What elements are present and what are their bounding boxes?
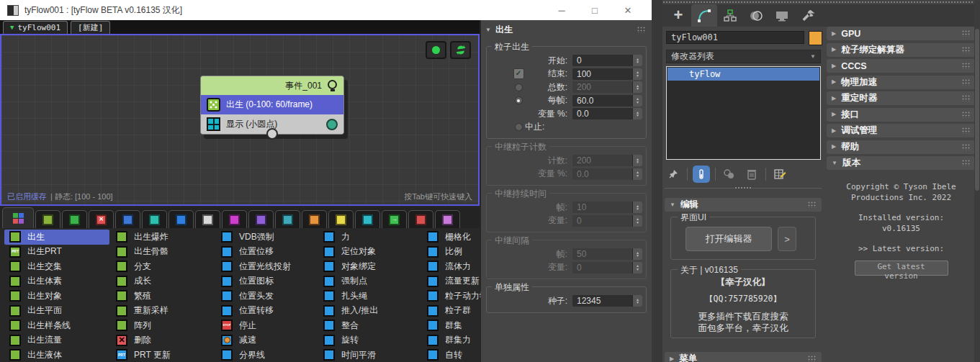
- operator-item[interactable]: STOP停止: [216, 318, 321, 333]
- operator-item[interactable]: 定位对象: [318, 245, 423, 260]
- operator-item[interactable]: 出生爆炸: [111, 230, 216, 245]
- operator-item[interactable]: 推入/推出: [318, 304, 423, 319]
- operator-category-tab-5[interactable]: [115, 210, 140, 228]
- rollout-header-帮助[interactable]: ▶帮助: [827, 140, 976, 154]
- node-output-connector[interactable]: [266, 128, 278, 140]
- version-rollout-header[interactable]: ▼ 版本: [827, 156, 976, 170]
- spinner-arrows-icon[interactable]: ▲▼: [632, 81, 642, 93]
- operator-item[interactable]: 时间平滑: [318, 348, 423, 362]
- flow-tab-active[interactable]: ▼ tyFlow001: [3, 21, 68, 34]
- operator-item[interactable]: 整合: [318, 318, 423, 333]
- operator-item[interactable]: 位置位移: [216, 245, 321, 260]
- editor-options-button[interactable]: >: [778, 227, 796, 251]
- close-button[interactable]: ✕: [611, 5, 644, 16]
- edit-rollout-header[interactable]: ▼ 编辑: [665, 198, 822, 212]
- show-end-result-button[interactable]: [693, 166, 710, 183]
- spinner-arrows-icon[interactable]: ▲▼: [632, 168, 642, 180]
- operator-item[interactable]: 重新采样: [111, 304, 216, 319]
- make-unique-button[interactable]: [721, 166, 738, 183]
- pin-stack-button[interactable]: [665, 166, 682, 183]
- rollout-header-粒子绑定解算器[interactable]: ▶粒子绑定解算器: [827, 43, 976, 57]
- spinner-field[interactable]: 0▲▼: [572, 55, 642, 66]
- radio-unselected[interactable]: [515, 83, 523, 91]
- spinner-arrows-icon[interactable]: ▲▼: [632, 262, 642, 273]
- modifier-stack-item-tyflow[interactable]: tyFlow: [667, 68, 819, 81]
- maximize-button[interactable]: □: [578, 5, 611, 16]
- operator-item[interactable]: 成长: [111, 274, 216, 289]
- retry-simulation-button[interactable]: [450, 41, 471, 59]
- spinner-arrows-icon[interactable]: ▲▼: [632, 95, 642, 107]
- operator-item[interactable]: 出生对象: [4, 289, 109, 304]
- operator-item[interactable]: 出生: [4, 230, 109, 245]
- rollout-header-接口[interactable]: ▶接口: [827, 108, 976, 122]
- operator-item[interactable]: 位置光线投射: [216, 259, 321, 274]
- operator-category-tab-10[interactable]: [248, 210, 274, 228]
- operator-item[interactable]: 旋转: [318, 333, 423, 348]
- checkbox-checked[interactable]: ✓: [513, 68, 524, 79]
- operator-item[interactable]: PRT出生PRT: [4, 245, 109, 260]
- rollout-header-调试管理[interactable]: ▶调试管理: [827, 124, 976, 137]
- minimize-button[interactable]: ─: [545, 5, 578, 16]
- operator-item[interactable]: ✕删除: [111, 333, 216, 348]
- operator-item[interactable]: 位置转移: [216, 304, 321, 319]
- operator-item[interactable]: 扎头绳: [318, 289, 423, 304]
- spinner-arrows-icon[interactable]: ▲▼: [632, 55, 642, 66]
- spinner-field[interactable]: 200▲▼: [572, 81, 642, 93]
- operator-item[interactable]: 分支: [111, 259, 216, 274]
- operator-item[interactable]: 分界线: [216, 348, 321, 362]
- operator-category-tab-1[interactable]: [2, 207, 34, 228]
- object-color-swatch[interactable]: [809, 31, 822, 45]
- event-node[interactable]: 事件_001 出生 (0-100: 60/frame) 显示 (小圆点): [200, 76, 344, 135]
- configure-modifier-sets-button[interactable]: [771, 166, 788, 183]
- operator-category-tab-17[interactable]: [435, 210, 460, 228]
- rollout-header-GPU[interactable]: ▶GPU: [827, 27, 976, 40]
- remove-modifier-button[interactable]: [743, 166, 760, 183]
- operator-category-tab-2[interactable]: [35, 210, 60, 228]
- modifier-stack[interactable]: tyFlow: [666, 66, 821, 160]
- operator-item[interactable]: PRTPRT 更新: [111, 348, 216, 362]
- radio-selected[interactable]: [515, 96, 523, 104]
- birth-rollout-header[interactable]: ▼ 出生: [481, 20, 652, 37]
- spinner-field[interactable]: 10▲▼: [572, 202, 642, 213]
- spinner-arrows-icon[interactable]: ▲▼: [632, 295, 642, 307]
- spinner-arrows-icon[interactable]: ▲▼: [632, 68, 642, 80]
- spinner-field[interactable]: 50▲▼: [572, 248, 642, 260]
- operator-item[interactable]: 出生平面: [4, 304, 109, 319]
- operator-item[interactable]: 对象绑定: [318, 259, 423, 274]
- operator-category-tab-3[interactable]: [62, 210, 87, 228]
- operator-item[interactable]: 出生骨骼: [111, 245, 216, 260]
- spinner-field[interactable]: 0▲▼: [572, 262, 642, 273]
- modifier-list-dropdown[interactable]: 修改器列表 ▼: [666, 50, 821, 63]
- spinner-arrows-icon[interactable]: ▲▼: [632, 202, 642, 213]
- open-editor-button[interactable]: 打开编辑器: [685, 227, 772, 251]
- operator-item[interactable]: 位置图标: [216, 274, 321, 289]
- spinner-field[interactable]: 100▲▼: [572, 68, 642, 80]
- spinner-field[interactable]: 0.0▲▼: [572, 108, 642, 119]
- operator-category-tab-14[interactable]: [355, 210, 380, 228]
- spinner-arrows-icon[interactable]: ▲▼: [632, 108, 642, 119]
- operator-item[interactable]: 繁殖: [111, 289, 216, 304]
- operator-item[interactable]: 力: [318, 230, 423, 245]
- modify-tab[interactable]: [691, 4, 717, 27]
- operator-item[interactable]: 强制点: [318, 274, 423, 289]
- operator-category-tab-12[interactable]: [302, 210, 327, 228]
- spinner-field[interactable]: 200▲▼: [572, 155, 642, 166]
- panel-scrollbar[interactable]: [974, 0, 980, 362]
- display-color-dot[interactable]: [326, 119, 338, 130]
- operator-item[interactable]: 出生体素: [4, 274, 109, 289]
- spinner-arrows-icon[interactable]: ▲▼: [632, 155, 642, 166]
- operator-category-tab-8[interactable]: [195, 210, 220, 228]
- spinner-field[interactable]: 0.0▲▼: [572, 168, 642, 180]
- spinner-arrows-icon[interactable]: ▲▼: [632, 248, 642, 260]
- operator-item[interactable]: 出生交集: [4, 259, 109, 274]
- operator-category-tab-7[interactable]: [168, 210, 194, 228]
- rollout-header-重定时器[interactable]: ▶重定时器: [827, 91, 976, 105]
- operator-item[interactable]: 出生流量: [4, 333, 109, 348]
- flow-tab-new[interactable]: [新建]: [71, 21, 110, 34]
- event-node-header[interactable]: 事件_001: [201, 76, 343, 95]
- hierarchy-tab[interactable]: [717, 4, 743, 27]
- operator-category-tab-11[interactable]: [275, 210, 300, 228]
- operator-item[interactable]: VDB强制: [216, 230, 321, 245]
- lightbulb-icon[interactable]: [328, 80, 337, 89]
- operator-category-tab-15[interactable]: →: [382, 210, 407, 228]
